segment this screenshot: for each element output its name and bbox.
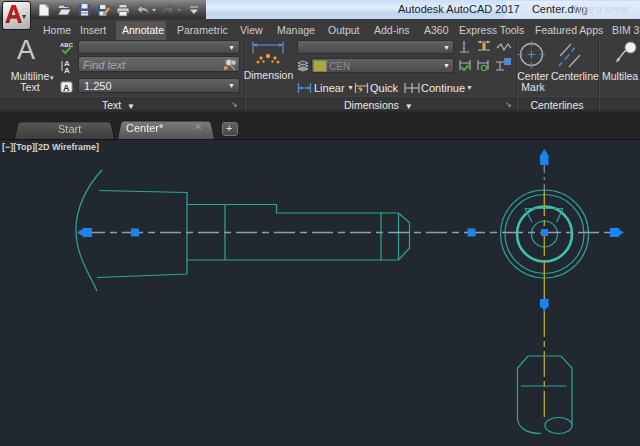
svg-text:A: A bbox=[64, 66, 70, 75]
svg-text:ABC: ABC bbox=[60, 42, 74, 48]
svg-text:A: A bbox=[63, 83, 70, 93]
